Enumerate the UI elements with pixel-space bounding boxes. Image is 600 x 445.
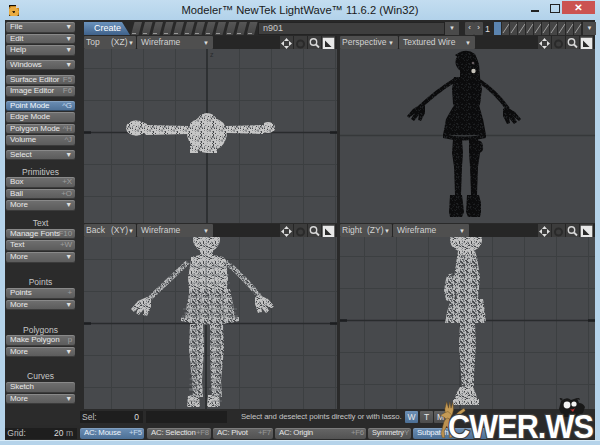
svg-text:z: z — [210, 51, 214, 58]
svg-text:CWER.WS: CWER.WS — [448, 408, 593, 443]
